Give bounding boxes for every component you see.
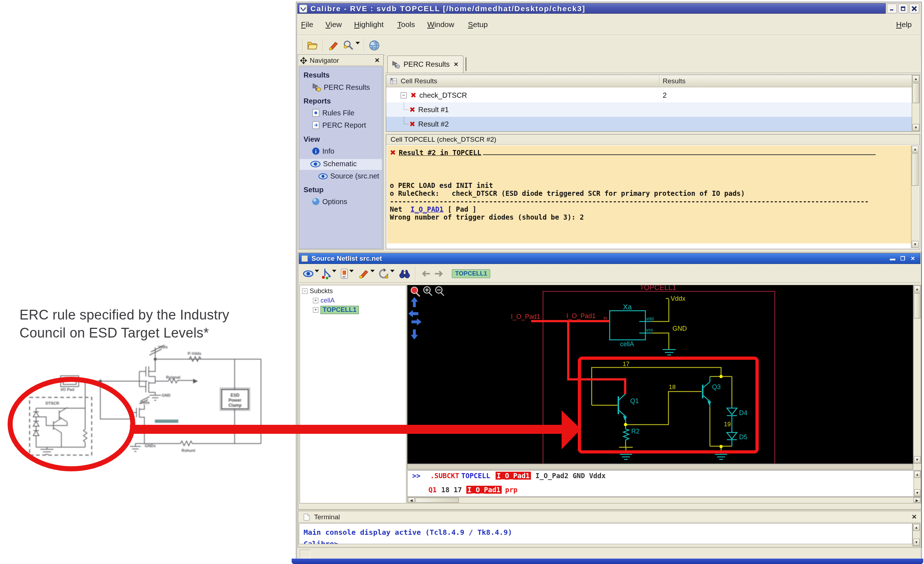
schematic-canvas[interactable]: TOPCELL1 [407, 285, 913, 464]
scroll-up-arrow[interactable]: ▲ [914, 286, 920, 292]
tab-perc-results[interactable]: PERC Results ✕ [387, 55, 464, 73]
report-page-button[interactable] [338, 266, 356, 281]
view-eye-button[interactable] [303, 266, 319, 281]
report-text-area[interactable]: ✖ Result #2 in TOPCELL o PERC LOAD esd I… [387, 145, 912, 244]
dropdown-arrow-icon[interactable] [350, 270, 354, 272]
open-folder-button[interactable] [305, 38, 321, 53]
table-row-result-2[interactable]: ✖ Result #2 [386, 117, 912, 131]
tree-item-topcell1[interactable]: + TOPCELL1 [313, 306, 359, 314]
netlist-vscrollbar[interactable]: ▲ ▼ [914, 471, 921, 497]
tab-close-icon[interactable]: ✕ [453, 61, 459, 68]
scroll-down-arrow[interactable]: ▼ [913, 539, 920, 546]
netlist-prompt: >> [412, 472, 420, 480]
menu-window[interactable]: Window [424, 19, 458, 30]
row-label[interactable]: check_DTSCR [419, 91, 467, 100]
terminal-vscrollbar[interactable]: ▲ ▼ [912, 523, 920, 546]
back-button[interactable] [418, 266, 432, 281]
tree-item-cella[interactable]: + cellA [313, 297, 334, 304]
table-header-row[interactable]: Cell Results Results [386, 75, 920, 87]
nav-item-rules-file[interactable]: Rules File [312, 109, 354, 117]
netlist-highlighted-net[interactable]: I_O_Pad1 [496, 472, 531, 480]
navigator-close-icon[interactable]: ✕ [375, 57, 380, 64]
terminal-header[interactable]: Terminal ✕ [299, 512, 920, 522]
dropdown-arrow-icon[interactable] [332, 270, 336, 272]
menu-highlight[interactable]: Highlight [351, 19, 387, 30]
menu-tools[interactable]: Tools [394, 19, 418, 30]
current-cell-chip[interactable]: TOPCELL1 [452, 269, 490, 278]
scroll-up-arrow[interactable]: ▲ [913, 524, 920, 531]
label-io-pad: I/O Pad [61, 387, 74, 392]
scroll-down-arrow[interactable]: ▼ [914, 489, 920, 496]
scroll-up-arrow[interactable]: ▲ [912, 146, 919, 153]
probe-cursor-button[interactable] [319, 266, 338, 281]
terminal-close-icon[interactable]: ✕ [912, 513, 917, 521]
table-row-check-dtscr[interactable]: − ✖ check_DTSCR 2 [386, 88, 912, 102]
scroll-right-arrow[interactable]: ▶ [914, 498, 920, 503]
highlight-pen-icon [327, 40, 339, 51]
dropdown-arrow-icon[interactable] [370, 270, 375, 272]
scroll-left-arrow[interactable]: ◀ [408, 498, 415, 503]
tree-root-subckts[interactable]: − Subckts [302, 287, 333, 295]
table-vscrollbar[interactable]: ▲ ▼ [912, 75, 920, 131]
dropdown-arrow-icon[interactable] [356, 42, 360, 44]
dropdown-arrow-icon[interactable] [315, 270, 319, 272]
scroll-down-arrow[interactable]: ▼ [914, 456, 920, 463]
navigator-header[interactable]: Navigator ✕ [299, 55, 382, 66]
nav-item-schematic[interactable]: Schematic [310, 160, 357, 168]
netlist-highlighted-net[interactable]: I_O_Pad1 [466, 486, 502, 494]
source-window-titlebar[interactable]: Source Netlist src.net ▬ ❐ ✕ [299, 253, 920, 264]
menu-view[interactable]: View [322, 19, 345, 30]
terminal-output[interactable]: Main console display active (Tcl8.4.9 / … [299, 523, 912, 544]
trace-path-button[interactable] [376, 266, 396, 281]
canvas-pan-arrows[interactable] [408, 297, 422, 340]
scroll-up-arrow[interactable]: ▲ [912, 75, 919, 82]
nav-item-source-srcnet[interactable]: Source (src.net [318, 172, 380, 180]
close-button[interactable] [909, 4, 919, 13]
dropdown-arrow-icon[interactable] [390, 270, 394, 272]
row-label[interactable]: Result #2 [418, 120, 449, 129]
highlight-pen-button[interactable] [356, 266, 376, 281]
scroll-down-arrow[interactable]: ▼ [912, 241, 919, 248]
nav-item-info[interactable]: i Info [312, 147, 334, 156]
tree-expand-box[interactable]: + [313, 298, 318, 303]
menu-file[interactable]: File [297, 19, 317, 30]
row-label[interactable]: Result #1 [418, 106, 449, 114]
expand-collapse-box[interactable]: − [400, 92, 407, 99]
tree-expand-box[interactable]: + [313, 307, 318, 313]
nav-item-perc-report[interactable]: PERC Report [312, 121, 366, 129]
highlight-pen-button[interactable] [326, 38, 341, 53]
scroll-up-arrow[interactable]: ▲ [914, 471, 920, 478]
maximize-button[interactable] [898, 4, 908, 13]
search-highlight-button[interactable] [341, 38, 362, 53]
menu-setup[interactable]: Setup [464, 19, 491, 30]
netlist-text-pane[interactable]: >>.SUBCKTTOPCELLI_O_Pad1 I_O_Pad2 GND Vd… [407, 470, 921, 497]
scroll-down-arrow[interactable]: ▼ [912, 124, 919, 131]
canvas-vscrollbar[interactable]: ▲ ▼ [913, 285, 921, 464]
net-iopad1-link[interactable]: I_O_PAD1 [410, 205, 444, 213]
minimize-button[interactable] [887, 4, 897, 13]
table-row-result-1[interactable]: ✖ Result #1 [386, 102, 912, 117]
menu-help[interactable]: Help [892, 19, 915, 30]
column-header-results[interactable]: Results [663, 77, 686, 85]
find-button[interactable] [396, 266, 413, 281]
tree-collapse-box[interactable]: − [302, 289, 308, 294]
scroll-thumb[interactable] [416, 498, 459, 503]
nav-item-options[interactable]: Options [312, 197, 347, 206]
report-title-link[interactable]: Result #2 in TOPCELL [399, 148, 482, 157]
scroll-thumb[interactable] [914, 293, 920, 319]
web-globe-button[interactable] [367, 38, 382, 53]
nav-item-perc-results[interactable]: PERC Results [312, 82, 370, 92]
scroll-thumb[interactable] [912, 83, 919, 103]
netlist-hscrollbar[interactable]: ◀ ▶ [407, 497, 921, 503]
source-close-icon[interactable]: ✕ [909, 255, 916, 262]
source-minimize-icon[interactable]: ▬ [889, 255, 896, 262]
report-vscrollbar[interactable]: ▲ ▼ [911, 145, 919, 248]
main-titlebar[interactable]: Calibre - RVE : svdb TOPCELL [/home/dmed… [297, 3, 920, 14]
column-header-cell-results[interactable]: Cell Results [400, 77, 437, 85]
forward-button[interactable] [432, 266, 447, 281]
canvas-zoom-icons[interactable] [411, 287, 444, 296]
scroll-thumb[interactable] [912, 153, 919, 186]
canvas-hscrollbar[interactable] [407, 464, 913, 470]
source-restore-icon[interactable]: ❐ [899, 255, 906, 262]
pin-label-vdd: vdd [646, 316, 654, 321]
